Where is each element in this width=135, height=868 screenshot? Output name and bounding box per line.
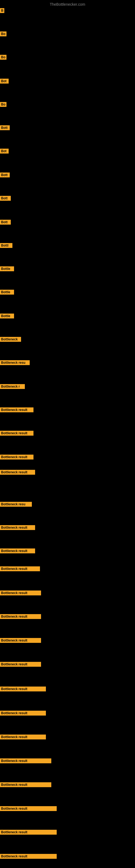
bottleneck-label-31: Bottleneck result <box>0 735 46 739</box>
bottleneck-label-22: Bottleneck result <box>0 525 35 530</box>
bottleneck-label-30: Bottleneck result <box>0 711 46 716</box>
bottleneck-label-20: Bottleneck result <box>0 470 35 475</box>
bottleneck-label-15: Bottleneck resu <box>0 360 30 365</box>
site-title: TheBottlenecker.com <box>0 0 135 8</box>
bottleneck-label-21: Bottleneck resu <box>0 502 32 507</box>
bottleneck-label-16: Bottleneck r <box>0 384 25 389</box>
bottleneck-label-32: Bottleneck result <box>0 758 51 763</box>
bottleneck-label-14: Bottleneck <box>0 337 21 342</box>
bottleneck-label-8: Bott <box>0 196 11 201</box>
bottleneck-label-7: Bott <box>0 173 10 177</box>
bottleneck-label-10: Bottl <box>0 243 12 248</box>
bottleneck-label-28: Bottleneck result <box>0 662 41 667</box>
bottleneck-label-25: Bottleneck result <box>0 590 41 595</box>
bottleneck-label-29: Bottleneck result <box>0 686 46 691</box>
bottleneck-label-2: Bo <box>0 55 6 60</box>
bottleneck-label-18: Bottleneck result <box>0 431 34 436</box>
bottleneck-label-34: Bottleneck result <box>0 806 57 811</box>
bottleneck-label-19: Bottleneck result <box>0 455 34 460</box>
bottleneck-label-3: Bot <box>0 79 9 84</box>
bottleneck-label-1: Bo <box>0 31 6 36</box>
bottleneck-label-11: Bottle <box>0 267 14 271</box>
bottleneck-label-24: Bottleneck result <box>0 566 40 571</box>
bottleneck-label-33: Bottleneck result <box>0 782 51 787</box>
bottleneck-label-4: Bo <box>0 102 6 107</box>
bottleneck-label-0: B <box>0 8 4 13</box>
bottleneck-label-12: Bottle <box>0 290 14 294</box>
bottleneck-label-17: Bottleneck result <box>0 407 34 412</box>
bottleneck-label-26: Bottleneck result <box>0 614 41 619</box>
bottleneck-label-13: Bottle <box>0 314 14 318</box>
bottleneck-label-23: Bottleneck result <box>0 549 35 553</box>
bottleneck-label-35: Bottleneck result <box>0 830 57 835</box>
bottleneck-label-5: Bott <box>0 125 10 130</box>
bottleneck-label-9: Bott <box>0 220 11 225</box>
bottleneck-label-27: Bottleneck result <box>0 638 41 643</box>
bottleneck-label-36: Bottleneck result <box>0 854 57 859</box>
bottleneck-label-6: Bot <box>0 149 9 154</box>
